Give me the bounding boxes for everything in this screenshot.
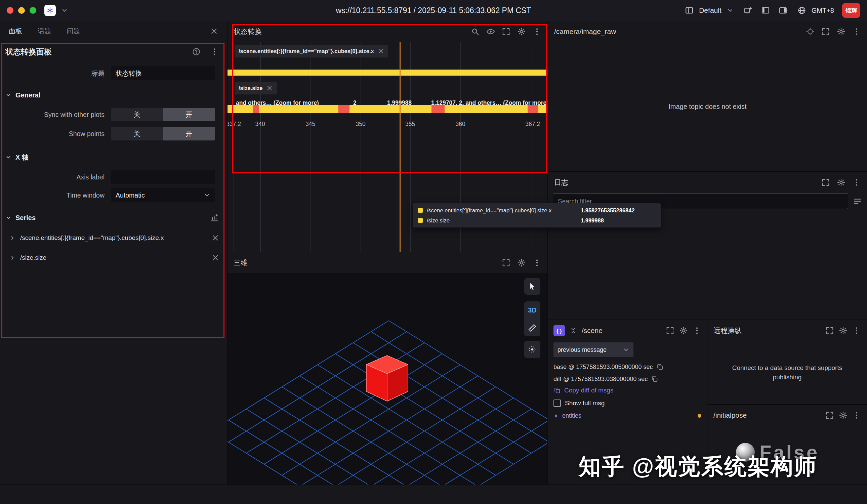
kebab-menu-icon[interactable] [693,326,701,335]
time-window-select[interactable]: Automatic [111,188,215,202]
app-menu-chevron-icon[interactable] [61,7,68,14]
chevron-down-icon[interactable] [6,215,11,221]
fullscreen-icon[interactable] [825,411,834,420]
crosshair-icon[interactable] [806,27,815,36]
kebab-menu-icon[interactable] [852,178,861,187]
settings-gear-icon[interactable] [839,326,847,335]
fullscreen-icon[interactable] [821,178,830,187]
remove-chip-icon[interactable] [266,85,273,92]
minimize-window-button[interactable] [18,7,25,14]
settings-gear-icon[interactable] [837,178,845,187]
tooltip-row: /size.size 1.999988 [413,215,661,225]
remove-series-icon[interactable] [211,234,220,242]
kebab-menu-icon[interactable] [533,258,542,267]
3d-mode-button[interactable]: 3D [524,301,540,319]
kebab-menu-icon[interactable] [852,326,861,335]
add-series-icon[interactable] [210,213,219,222]
timeline-state-segment [257,105,258,113]
settings-gear-icon[interactable] [839,411,847,420]
show-full-msg-checkbox[interactable] [554,399,561,407]
layout-chevron-icon[interactable] [727,7,734,14]
time-window-label: Time window [0,192,111,199]
fullscreen-icon[interactable] [502,258,511,267]
close-window-button[interactable] [7,7,13,14]
section-general-label[interactable]: General [15,92,40,99]
chevron-right-icon[interactable] [9,255,15,261]
zoom-window-button[interactable] [30,7,36,14]
show-points-label: Show points [0,130,111,138]
message-nav-dropdown[interactable]: previous message [554,342,633,357]
zoom-selection-icon[interactable] [471,27,480,36]
chevron-right-icon[interactable] [9,235,15,241]
expand-triangle-icon[interactable] [554,413,559,419]
user-badge[interactable]: 锦辉 [842,3,860,18]
fullscreen-icon[interactable] [502,27,511,36]
section-series-label[interactable]: Series [15,214,36,222]
tree-row-entities[interactable]: entities [554,412,701,419]
close-sidebar-icon[interactable] [210,27,218,35]
playhead-line[interactable] [399,42,400,252]
camera-reset-button[interactable] [524,341,540,358]
collapse-all-icon[interactable] [570,327,577,334]
log-list-icon[interactable] [853,196,862,206]
panel-title: /camera/image_raw [554,28,616,36]
camera-reset-icon [528,345,537,354]
ruler-icon [528,324,537,332]
layout-name[interactable]: Default [699,7,721,14]
series-item[interactable]: /scene.entities[:]{frame_id=="map"}.cube… [0,230,227,245]
fullscreen-icon[interactable] [666,326,674,335]
points-on-button[interactable]: 开 [163,127,215,140]
sidebar-tabs: 面板 话题 问题 [0,21,227,41]
tooltip-series-value: 1.9582765355286842 [581,207,635,214]
red-cube [366,355,408,401]
settings-gear-icon[interactable] [517,27,526,36]
pointer-tool-button[interactable] [524,278,540,295]
right-sidebar-toggle-icon[interactable] [779,6,788,15]
left-sidebar-toggle-icon[interactable] [761,6,770,15]
copy-icon[interactable] [651,375,658,383]
raw-messages-panel-icon[interactable]: { } [554,325,565,336]
chevron-down-icon[interactable] [6,154,11,160]
chevron-down-icon[interactable] [6,92,11,98]
visibility-icon[interactable] [486,27,495,36]
settings-gear-icon[interactable] [837,27,845,36]
help-icon[interactable] [192,47,201,56]
copy-icon[interactable] [656,363,664,371]
remove-chip-icon[interactable] [377,48,384,54]
series-item[interactable]: /size.size [0,250,227,265]
tab-panel[interactable]: 面板 [9,26,22,36]
measure-tool-button[interactable] [524,319,540,336]
sync-off-button[interactable]: 关 [111,108,163,121]
settings-gear-icon[interactable] [679,326,688,335]
add-panel-icon[interactable] [744,6,752,15]
copy-diff-button[interactable]: Copy diff of msgs [554,387,701,394]
globe-icon [798,6,806,15]
section-x-axis-label[interactable]: X 轴 [15,153,29,162]
settings-gear-icon[interactable] [517,258,526,267]
layout-icon[interactable] [685,6,694,15]
series-path: /size.size [20,254,207,261]
chevron-down-icon [204,192,210,199]
fullscreen-icon[interactable] [821,27,830,36]
sync-on-button[interactable]: 开 [163,108,215,121]
panel-title: 三维 [234,258,248,267]
app-icon[interactable] [44,5,56,16]
3d-scene[interactable] [227,273,547,484]
tab-topics[interactable]: 话题 [38,26,51,36]
tooltip-series-name: /size.size [427,217,577,224]
timezone-label[interactable]: GMT+8 [812,7,834,14]
kebab-menu-icon[interactable] [210,47,219,56]
kebab-menu-icon[interactable] [533,27,542,36]
series-chip[interactable]: /size.size [235,82,277,94]
axis-label-input[interactable] [111,170,215,184]
fullscreen-icon[interactable] [825,326,834,335]
tab-problems[interactable]: 问题 [66,26,80,36]
remove-series-icon[interactable] [211,254,220,262]
axis-tick: 337.2 [227,121,241,128]
kebab-menu-icon[interactable] [852,27,861,36]
kebab-menu-icon[interactable] [852,411,861,420]
plot-tooltip: /scene.entities[:]{frame_id=="map"}.cube… [413,203,661,227]
points-off-button[interactable]: 关 [111,127,163,140]
series-chip[interactable]: /scene.entities[:]{frame_id=="map"}.cube… [235,45,388,57]
title-field-input[interactable] [111,66,215,80]
